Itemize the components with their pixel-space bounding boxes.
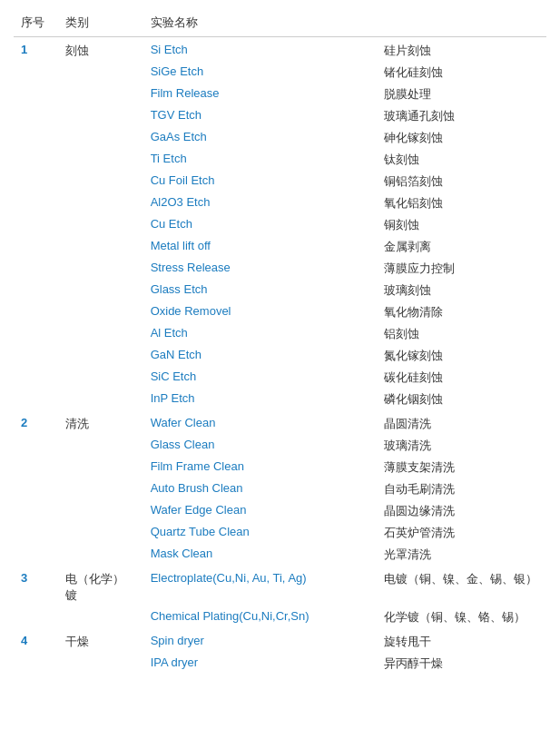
- experiment-link[interactable]: Oxide Removel: [151, 304, 231, 318]
- experiment-name-en[interactable]: Ti Etch: [143, 149, 377, 171]
- experiment-name-cn: 异丙醇干燥: [377, 653, 546, 675]
- category-label: 干燥: [65, 635, 89, 648]
- experiment-name-en[interactable]: Mask Clean: [143, 544, 377, 566]
- experiment-name-en[interactable]: Cu Foil Etch: [143, 171, 377, 192]
- experiment-link[interactable]: Electroplate(Cu,Ni, Au, Ti, Ag): [151, 571, 307, 585]
- experiment-link[interactable]: GaAs Etch: [151, 130, 207, 143]
- experiment-link[interactable]: Spin dryer: [151, 634, 204, 647]
- experiment-name-cn: 锗化硅刻蚀: [377, 62, 546, 84]
- experiment-link[interactable]: Metal lift off: [151, 239, 211, 252]
- experiment-link[interactable]: Wafer Clean: [151, 416, 216, 429]
- category-cell: [58, 323, 143, 345]
- experiment-link[interactable]: Quartz Tube Clean: [151, 525, 250, 538]
- experiment-link[interactable]: SiC Etch: [151, 370, 197, 383]
- experiment-name-cn: 钛刻蚀: [377, 149, 546, 171]
- experiment-name-cn: 玻璃刻蚀: [377, 280, 546, 301]
- experiment-link[interactable]: Si Etch: [151, 43, 188, 56]
- seq-cell: [14, 192, 58, 214]
- experiment-link[interactable]: Mask Clean: [151, 547, 213, 560]
- experiment-name-en[interactable]: Oxide Removel: [143, 301, 377, 323]
- seq-cell: 2: [14, 410, 58, 435]
- experiment-name-cn: 石英炉管清洗: [377, 522, 546, 544]
- seq-cell: [14, 149, 58, 171]
- experiment-name-cn: 砷化镓刻蚀: [377, 127, 546, 149]
- seq-number: 1: [21, 43, 27, 56]
- experiment-link[interactable]: GaN Etch: [151, 348, 201, 361]
- category-cell: [58, 236, 143, 258]
- experiment-link[interactable]: IPA dryer: [151, 655, 199, 669]
- experiment-cn-label: 薄膜应力控制: [384, 261, 455, 275]
- seq-cell: 1: [14, 37, 58, 63]
- experiment-link[interactable]: Film Frame Clean: [151, 459, 244, 473]
- experiment-name-en[interactable]: Al Etch: [143, 323, 377, 345]
- experiment-name-en[interactable]: Electroplate(Cu,Ni, Au, Ti, Ag): [143, 566, 377, 606]
- experiment-name-en[interactable]: Spin dryer: [143, 628, 377, 653]
- experiment-name-en[interactable]: SiGe Etch: [143, 62, 377, 84]
- experiment-name-en[interactable]: TGV Etch: [143, 105, 377, 127]
- seq-cell: [14, 301, 58, 323]
- experiment-cn-label: 铝刻蚀: [384, 327, 419, 340]
- experiment-cn-label: 铜刻蚀: [384, 218, 419, 232]
- experiment-link[interactable]: Wafer Edge Clean: [151, 503, 247, 517]
- experiment-link[interactable]: InP Etch: [151, 391, 195, 405]
- experiment-name-en[interactable]: Glass Etch: [143, 280, 377, 301]
- experiment-cn-label: 晶圆边缘清洗: [384, 504, 455, 517]
- experiment-name-en[interactable]: GaAs Etch: [143, 127, 377, 149]
- experiment-link[interactable]: Stress Release: [151, 261, 231, 274]
- category-cell: 清洗: [58, 410, 143, 435]
- seq-cell: [14, 84, 58, 105]
- experiment-name-en[interactable]: Al2O3 Etch: [143, 192, 377, 214]
- experiment-name-en[interactable]: Film Frame Clean: [143, 457, 377, 478]
- experiment-link[interactable]: Ti Etch: [151, 152, 187, 165]
- category-cell: [58, 192, 143, 214]
- category-cell: [58, 435, 143, 457]
- experiment-name-cn: 化学镀（铜、镍、铬、锡）: [377, 606, 546, 628]
- experiment-link[interactable]: TGV Etch: [151, 108, 201, 122]
- experiment-name-en[interactable]: Film Release: [143, 84, 377, 105]
- experiment-name-cn: 旋转甩干: [377, 628, 546, 653]
- experiment-name-cn: 玻璃通孔刻蚀: [377, 105, 546, 127]
- experiment-name-en[interactable]: GaN Etch: [143, 345, 377, 367]
- category-label: 刻蚀: [65, 44, 89, 57]
- experiment-name-cn: 脱膜处理: [377, 84, 546, 105]
- experiment-link[interactable]: Auto Brush Clean: [151, 481, 243, 495]
- experiment-link[interactable]: Al2O3 Etch: [151, 195, 211, 209]
- experiment-name-en[interactable]: InP Etch: [143, 389, 377, 410]
- experiment-name-en[interactable]: Auto Brush Clean: [143, 478, 377, 500]
- experiment-link[interactable]: Film Release: [151, 86, 220, 100]
- experiment-cn-label: 自动毛刷清洗: [384, 482, 455, 496]
- experiment-link[interactable]: Cu Etch: [151, 217, 192, 231]
- category-cell: [58, 606, 143, 628]
- experiment-name-en[interactable]: Si Etch: [143, 37, 377, 63]
- category-label: 清洗: [65, 417, 89, 430]
- experiment-name-cn: 铜铝箔刻蚀: [377, 171, 546, 192]
- experiment-link[interactable]: Cu Foil Etch: [151, 173, 215, 187]
- seq-cell: [14, 367, 58, 389]
- experiment-cn-label: 碳化硅刻蚀: [384, 370, 443, 384]
- experiment-name-cn: 光罩清洗: [377, 544, 546, 566]
- category-cell: [58, 544, 143, 566]
- category-cell: [58, 345, 143, 367]
- experiment-name-en[interactable]: IPA dryer: [143, 653, 377, 675]
- category-cell: [58, 522, 143, 544]
- experiment-link[interactable]: Al Etch: [151, 326, 188, 340]
- experiment-name-en[interactable]: Cu Etch: [143, 214, 377, 236]
- experiment-name-en[interactable]: Quartz Tube Clean: [143, 522, 377, 544]
- experiment-cn-label: 硅片刻蚀: [384, 44, 431, 57]
- experiment-name-en[interactable]: Glass Clean: [143, 435, 377, 457]
- experiment-name-en[interactable]: Wafer Clean: [143, 410, 377, 435]
- header-seq: 序号: [14, 9, 58, 37]
- experiment-name-en[interactable]: Wafer Edge Clean: [143, 500, 377, 522]
- experiment-name-en[interactable]: Stress Release: [143, 258, 377, 280]
- experiment-name-en[interactable]: Chemical Plating(Cu,Ni,Cr,Sn): [143, 606, 377, 628]
- experiment-name-en[interactable]: Metal lift off: [143, 236, 377, 258]
- experiment-link[interactable]: SiGe Etch: [151, 64, 204, 78]
- experiment-link[interactable]: Chemical Plating(Cu,Ni,Cr,Sn): [151, 609, 309, 623]
- experiment-link[interactable]: Glass Clean: [151, 438, 215, 451]
- experiment-name-en[interactable]: SiC Etch: [143, 367, 377, 389]
- experiment-link[interactable]: Glass Etch: [151, 282, 208, 296]
- seq-cell: [14, 214, 58, 236]
- experiment-name-cn: 铜刻蚀: [377, 214, 546, 236]
- seq-cell: [14, 236, 58, 258]
- experiment-cn-label: 玻璃通孔刻蚀: [384, 109, 455, 123]
